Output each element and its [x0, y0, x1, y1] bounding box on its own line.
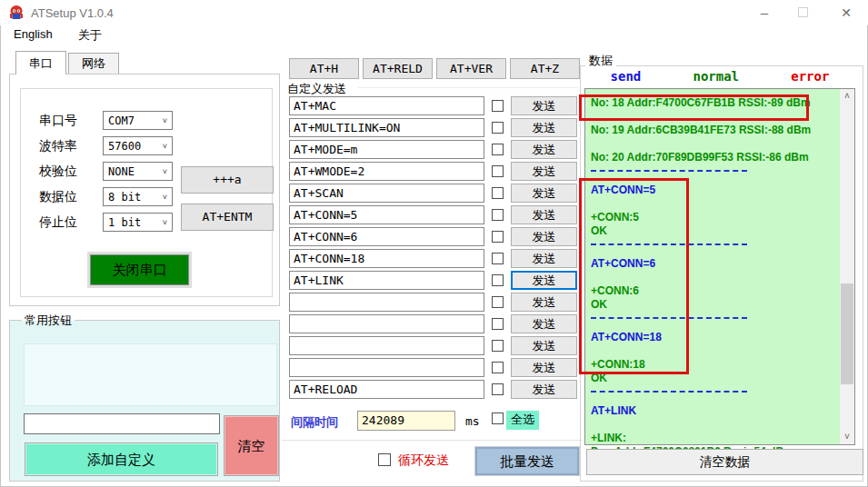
setting-dropdown[interactable]: 57600 ˅ — [103, 136, 173, 155]
log-line: AT+CONN=6 — [591, 257, 834, 271]
chevron-down-icon: ˅ — [163, 116, 167, 125]
command-checkbox[interactable] — [492, 209, 504, 221]
command-input[interactable]: AT+RELOAD — [289, 380, 484, 399]
command-input[interactable] — [289, 358, 484, 377]
command-checkbox[interactable] — [492, 144, 504, 155]
send-button[interactable]: 发送 — [511, 184, 577, 203]
custom-send-row: AT+MAC 发送 — [289, 96, 580, 118]
interval-input[interactable]: 242089 — [357, 411, 455, 431]
setting-dropdown[interactable]: 1 bit ˅ — [103, 213, 173, 232]
select-all-label: 全选 — [506, 411, 539, 430]
command-input[interactable]: AT+MODE=m — [289, 140, 484, 159]
setting-dropdown[interactable]: COM7 ˅ — [103, 111, 173, 130]
command-input[interactable]: AT+WMODE=2 — [289, 162, 484, 181]
send-button[interactable]: 发送 — [511, 336, 577, 355]
log-line: AT+CONN=18 — [591, 331, 834, 344]
data-title: 数据 — [585, 53, 616, 69]
command-checkbox[interactable] — [492, 362, 504, 373]
log-line — [591, 110, 834, 124]
setting-dropdown[interactable]: NONE ˅ — [103, 162, 173, 181]
command-input[interactable]: AT+CONN=18 — [289, 249, 484, 268]
quick-command-button[interactable]: AT+Z — [510, 58, 580, 79]
command-input[interactable]: AT+SCAN — [289, 184, 484, 203]
send-button[interactable]: 发送 — [511, 380, 577, 399]
command-checkbox[interactable] — [492, 296, 504, 308]
command-input[interactable]: AT+CONN=5 — [289, 205, 484, 224]
log-line: +CONN:6 — [591, 284, 834, 298]
serial-setting-row: 串口号 COM7 ˅ — [39, 111, 266, 136]
tab[interactable]: 串口 — [15, 51, 66, 75]
send-button[interactable]: 发送 — [511, 358, 577, 377]
log-line — [591, 344, 834, 358]
select-all-checkbox[interactable] — [492, 412, 504, 424]
groupbox-line — [358, 87, 578, 88]
command-input[interactable]: AT+CONN=6 — [289, 227, 484, 246]
command-checkbox[interactable] — [492, 383, 504, 395]
loop-send-checkbox[interactable] — [378, 453, 391, 466]
command-checkbox[interactable] — [492, 340, 504, 352]
serial-setting-row: 波特率 57600 ˅ — [39, 136, 266, 162]
app-icon — [8, 5, 25, 21]
command-input[interactable] — [289, 293, 484, 312]
chevron-down-icon: ˅ — [163, 167, 167, 176]
batch-send-button[interactable]: 批量发送 — [475, 447, 579, 475]
log-line: +CONN:5 — [591, 211, 834, 224]
command-input[interactable] — [289, 336, 484, 355]
log-line — [591, 137, 834, 151]
chevron-down-icon: ˅ — [163, 193, 167, 202]
menu-item[interactable]: English — [14, 27, 53, 44]
log-line: OK — [591, 298, 834, 312]
clear-data-button[interactable]: 清空数据 — [586, 449, 863, 475]
send-button[interactable]: 发送 — [511, 162, 577, 181]
send-button[interactable]: 发送 — [511, 271, 577, 290]
dropdown-value: 1 bit — [108, 216, 141, 229]
quick-command-button[interactable]: AT+RELD — [363, 58, 433, 79]
at-entm-button[interactable]: AT+ENTM — [181, 204, 274, 231]
send-button[interactable]: 发送 — [511, 140, 577, 159]
tab[interactable]: 网络 — [68, 53, 119, 74]
minimize-button[interactable]: – — [749, 0, 780, 25]
clear-custom-button[interactable]: 清空 — [224, 415, 279, 476]
quick-command-button[interactable]: AT+H — [289, 58, 359, 79]
command-checkbox[interactable] — [492, 274, 504, 286]
exit-transparent-mode-button[interactable]: +++a — [181, 166, 274, 194]
command-checkbox[interactable] — [492, 231, 504, 243]
custom-send-rows: AT+MAC 发送 AT+MULTILINK=ON 发送 AT+MODE=m 发… — [289, 96, 580, 402]
menu-bar: English关于 — [14, 27, 102, 44]
quick-command-button[interactable]: AT+VER — [436, 58, 506, 79]
log-legend: sendnormalerror — [584, 69, 855, 84]
scroll-up-icon[interactable]: ˄ — [840, 89, 854, 104]
scroll-down-icon[interactable]: ˅ — [840, 430, 854, 444]
log-line: OK — [591, 372, 834, 385]
send-button[interactable]: 发送 — [511, 96, 577, 115]
command-checkbox[interactable] — [492, 253, 504, 264]
send-button[interactable]: 发送 — [511, 293, 577, 312]
send-button[interactable]: 发送 — [511, 249, 577, 268]
maximize-button[interactable] — [787, 0, 818, 25]
command-input[interactable]: AT+MAC — [289, 96, 484, 115]
command-checkbox[interactable] — [492, 318, 504, 330]
command-checkbox[interactable] — [492, 187, 504, 199]
close-button[interactable]: ✕ — [831, 0, 862, 25]
menu-item[interactable]: 关于 — [78, 27, 102, 44]
add-custom-button[interactable]: 添加自定义 — [25, 442, 218, 476]
command-checkbox[interactable] — [492, 165, 504, 177]
send-button[interactable]: 发送 — [511, 118, 577, 137]
custom-send-row: 发送 — [289, 293, 580, 314]
loop-send-label: 循环发送 — [398, 452, 449, 469]
setting-dropdown[interactable]: 8 bit ˅ — [103, 187, 173, 206]
window-title: ATSetup V1.0.4 — [31, 6, 114, 20]
close-serial-button[interactable]: 关闭串口 — [90, 254, 189, 285]
send-button[interactable]: 发送 — [511, 205, 577, 224]
log-line — [591, 418, 834, 432]
command-input[interactable]: AT+LINK — [289, 271, 484, 290]
command-input[interactable]: AT+MULTILINK=ON — [289, 118, 484, 137]
scrollbar-thumb[interactable] — [841, 283, 853, 384]
command-checkbox[interactable] — [492, 122, 504, 134]
custom-command-input[interactable] — [24, 413, 220, 434]
command-input[interactable] — [289, 314, 484, 333]
command-checkbox[interactable] — [492, 100, 504, 112]
send-button[interactable]: 发送 — [511, 227, 577, 246]
log-scrollbar[interactable]: ˄ ˅ — [840, 89, 854, 444]
send-button[interactable]: 发送 — [511, 314, 577, 333]
